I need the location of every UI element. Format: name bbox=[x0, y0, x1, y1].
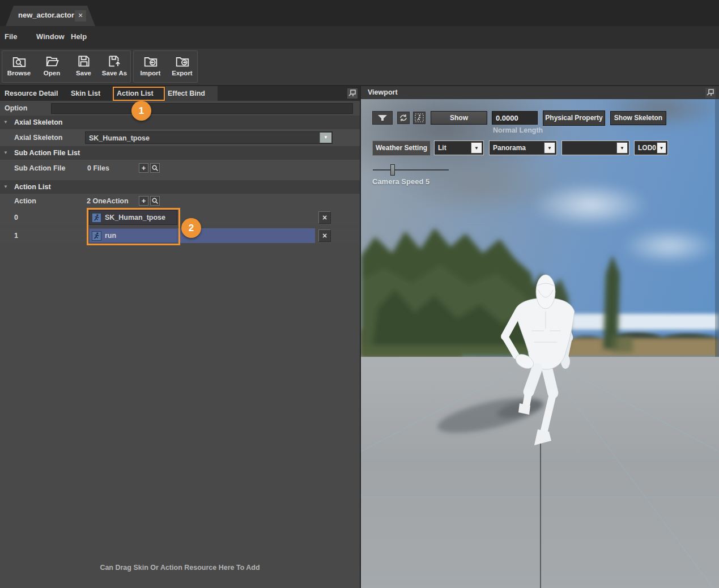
save-as-button[interactable]: Save As bbox=[97, 53, 131, 81]
chevron-down-icon[interactable]: ▼ bbox=[471, 142, 482, 154]
sub-action-file-label: Sub Action File bbox=[14, 164, 66, 172]
refresh-icon[interactable] bbox=[397, 112, 410, 124]
title-bar: new_actor.actor × bbox=[0, 0, 719, 26]
open-button[interactable]: Open bbox=[36, 53, 67, 81]
section-title: Sub Action File List bbox=[14, 149, 80, 157]
show-skeleton-button[interactable]: Show Skeleton bbox=[610, 111, 666, 125]
remove-action-button[interactable]: × bbox=[318, 229, 331, 242]
camera-speed-label: Camera Speed 5 bbox=[372, 177, 429, 186]
import-label: Import bbox=[135, 70, 166, 76]
chevron-down-icon[interactable]: ▼ bbox=[616, 142, 628, 154]
export-label: Export bbox=[167, 70, 198, 76]
browse-label: Browse bbox=[3, 70, 35, 76]
chevron-down-icon[interactable]: ▼ bbox=[544, 142, 555, 154]
save-as-floppy-arrow-icon bbox=[97, 54, 131, 69]
action-index: 0 bbox=[14, 214, 18, 221]
save-as-label: Save As bbox=[97, 70, 131, 76]
collapse-arrow-icon[interactable]: ▼ bbox=[3, 150, 8, 155]
viewport-canvas[interactable] bbox=[361, 86, 719, 588]
sub-action-file-count: 0 Files bbox=[87, 164, 109, 172]
sub-action-file-row: Sub Action File 0 Files + bbox=[0, 160, 360, 180]
axial-skeleton-dropdown[interactable]: SK_Human_tpose ▼ bbox=[85, 131, 333, 144]
import-button[interactable]: Import bbox=[135, 53, 166, 81]
viewport-title: Viewport bbox=[368, 88, 398, 96]
panel-pin-icon[interactable] bbox=[347, 88, 358, 99]
collapse-arrow-icon[interactable]: ▼ bbox=[3, 184, 8, 189]
lit-mode-value: Lit bbox=[438, 144, 446, 152]
action-count: 2 OneAction bbox=[87, 197, 129, 205]
resource-panel: Resource Detail Skin List Action List Ef… bbox=[0, 86, 360, 588]
section-title: Action List bbox=[14, 183, 51, 191]
chevron-down-icon[interactable]: ▼ bbox=[320, 133, 331, 143]
search-action-button[interactable] bbox=[150, 196, 160, 206]
import-folder-icon bbox=[135, 54, 166, 69]
panorama-edge bbox=[715, 86, 719, 357]
save-button[interactable]: Save bbox=[68, 53, 99, 81]
export-button[interactable]: Export bbox=[167, 53, 198, 81]
camera-speed-slider-handle[interactable] bbox=[390, 164, 395, 176]
viewport-title-bar: Viewport bbox=[361, 86, 719, 99]
axial-skeleton-value: SK_Human_tpose bbox=[89, 134, 150, 142]
camera-view-button[interactable] bbox=[372, 111, 393, 125]
section-axial-skeleton[interactable]: ▼ Axial Skeleton bbox=[0, 116, 360, 129]
drag-hint-text: Can Drag Skin Or Action Resource Here To… bbox=[0, 564, 360, 572]
render-target-dropdown[interactable]: ▼ bbox=[561, 140, 629, 155]
camera-speed-slider[interactable] bbox=[373, 169, 449, 171]
physical-property-button[interactable]: Physical Property bbox=[543, 110, 605, 126]
lod-dropdown[interactable]: LOD0 ▼ bbox=[634, 140, 668, 155]
toolbar-group-file: Browse Open Save bbox=[2, 50, 131, 83]
browse-button[interactable]: Browse bbox=[3, 53, 35, 81]
menu-window[interactable]: Window bbox=[36, 32, 65, 41]
character-layer bbox=[361, 86, 719, 588]
option-input[interactable] bbox=[51, 103, 353, 114]
tab-close-icon[interactable]: × bbox=[75, 10, 86, 22]
document-tab-title: new_actor.actor bbox=[18, 11, 74, 19]
save-floppy-icon bbox=[68, 54, 99, 69]
menu-bar: File Window Help bbox=[0, 26, 719, 49]
collapse-arrow-icon[interactable]: ▼ bbox=[3, 120, 8, 125]
floor-grid bbox=[361, 357, 719, 588]
annotation-box-step1 bbox=[113, 87, 165, 101]
menu-help[interactable]: Help bbox=[71, 32, 87, 41]
main-toolbar: Browse Open Save bbox=[0, 49, 719, 85]
tab-resource-detail[interactable]: Resource Detail bbox=[5, 86, 58, 101]
action-label: Action bbox=[14, 197, 36, 205]
weather-setting-button[interactable]: Weather Setting bbox=[372, 140, 431, 156]
panorama-dropdown[interactable]: Panorama ▼ bbox=[489, 140, 557, 155]
export-folder-icon bbox=[167, 54, 198, 69]
toolbar-group-transfer: Import Export bbox=[133, 50, 198, 83]
annotation-box-step2 bbox=[87, 208, 180, 245]
add-action-button[interactable]: + bbox=[139, 196, 148, 206]
lod-value: LOD0 bbox=[638, 144, 656, 152]
show-button[interactable]: Show bbox=[431, 111, 487, 125]
option-row: Option bbox=[0, 101, 360, 116]
option-label: Option bbox=[5, 104, 27, 112]
add-sub-action-button[interactable]: + bbox=[139, 163, 148, 173]
tab-skin-list[interactable]: Skin List bbox=[71, 86, 100, 101]
actor-editor-window: new_actor.actor × File Window Help Brows… bbox=[0, 0, 719, 588]
section-sub-action-file-list[interactable]: ▼ Sub Action File List bbox=[0, 146, 360, 160]
search-sub-action-button[interactable] bbox=[150, 163, 160, 173]
axial-skeleton-label: Axial Skeleton bbox=[14, 134, 62, 142]
lit-mode-dropdown[interactable]: Lit ▼ bbox=[434, 140, 484, 155]
document-tab[interactable]: new_actor.actor × bbox=[6, 6, 95, 26]
save-label: Save bbox=[68, 70, 99, 76]
panorama-value: Panorama bbox=[493, 144, 526, 152]
annotation-step1-badge: 1 bbox=[131, 101, 151, 121]
tab-effect-bind[interactable]: Effect Bind bbox=[165, 86, 218, 101]
axial-skeleton-row: Axial Skeleton SK_Human_tpose ▼ bbox=[0, 129, 360, 146]
open-label: Open bbox=[36, 70, 67, 76]
action-index: 1 bbox=[14, 232, 18, 240]
section-title: Axial Skeleton bbox=[14, 118, 62, 126]
open-folder-icon bbox=[36, 54, 67, 69]
viewport-panel: Viewport Show Normal Length bbox=[361, 86, 719, 588]
browse-folder-search-icon bbox=[3, 54, 35, 69]
viewport-pin-icon[interactable] bbox=[705, 88, 716, 98]
normal-length-input[interactable] bbox=[492, 111, 538, 125]
remove-action-button[interactable]: × bbox=[318, 211, 331, 224]
focus-character-icon[interactable] bbox=[413, 112, 426, 124]
menu-file[interactable]: File bbox=[5, 32, 17, 41]
section-action-list[interactable]: ▼ Action List bbox=[0, 180, 360, 194]
chevron-down-icon[interactable]: ▼ bbox=[657, 142, 666, 154]
panel-tab-strip: Resource Detail Skin List Action List Ef… bbox=[0, 86, 360, 101]
